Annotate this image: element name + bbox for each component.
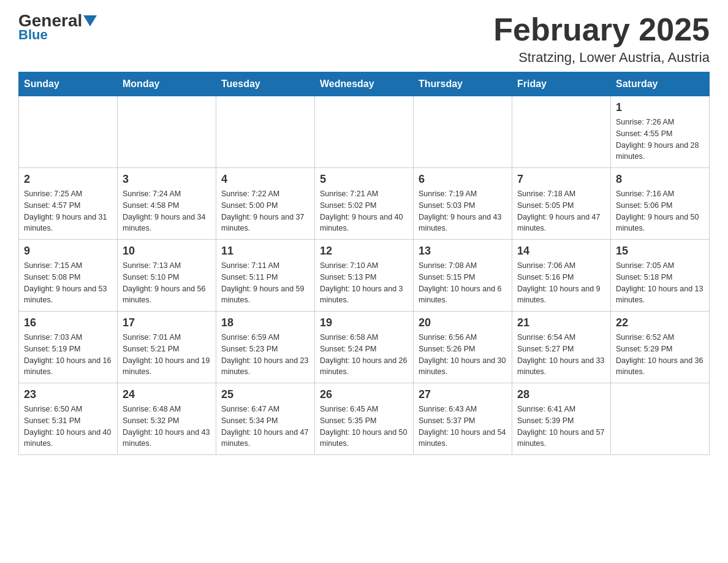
table-row: 17Sunrise: 7:01 AM Sunset: 5:21 PM Dayli… (118, 312, 216, 383)
svg-marker-0 (83, 15, 97, 26)
header-monday: Monday (118, 72, 216, 96)
day-number: 25 (221, 388, 309, 401)
day-number: 24 (123, 388, 211, 401)
day-info: Sunrise: 7:26 AM Sunset: 4:55 PM Dayligh… (616, 117, 704, 163)
table-row: 3Sunrise: 7:24 AM Sunset: 4:58 PM Daylig… (118, 168, 216, 240)
day-number: 26 (320, 388, 408, 401)
day-info: Sunrise: 6:45 AM Sunset: 5:35 PM Dayligh… (320, 404, 408, 450)
table-row: 27Sunrise: 6:43 AM Sunset: 5:37 PM Dayli… (414, 383, 512, 455)
table-row: 2Sunrise: 7:25 AM Sunset: 4:57 PM Daylig… (19, 168, 118, 240)
day-number: 20 (419, 316, 507, 329)
table-row: 22Sunrise: 6:52 AM Sunset: 5:29 PM Dayli… (611, 312, 710, 383)
header-sunday: Sunday (19, 72, 118, 96)
day-info: Sunrise: 6:59 AM Sunset: 5:23 PM Dayligh… (221, 332, 309, 378)
table-row: 10Sunrise: 7:13 AM Sunset: 5:10 PM Dayli… (118, 240, 216, 312)
table-row (216, 96, 315, 168)
table-row: 26Sunrise: 6:45 AM Sunset: 5:35 PM Dayli… (315, 383, 414, 455)
table-row: 15Sunrise: 7:05 AM Sunset: 5:18 PM Dayli… (611, 240, 710, 312)
day-info: Sunrise: 7:11 AM Sunset: 5:11 PM Dayligh… (221, 260, 309, 306)
table-row: 23Sunrise: 6:50 AM Sunset: 5:31 PM Dayli… (19, 383, 118, 455)
day-number: 17 (123, 316, 211, 329)
calendar-week-row: 2Sunrise: 7:25 AM Sunset: 4:57 PM Daylig… (19, 168, 710, 240)
calendar-week-row: 16Sunrise: 7:03 AM Sunset: 5:19 PM Dayli… (19, 312, 710, 383)
table-row (611, 383, 710, 455)
table-row: 18Sunrise: 6:59 AM Sunset: 5:23 PM Dayli… (216, 312, 315, 383)
table-row (19, 96, 118, 168)
day-number: 16 (24, 316, 112, 329)
day-info: Sunrise: 7:05 AM Sunset: 5:18 PM Dayligh… (616, 260, 704, 306)
day-number: 28 (517, 388, 605, 401)
day-info: Sunrise: 6:50 AM Sunset: 5:31 PM Dayligh… (24, 404, 112, 450)
day-number: 23 (24, 388, 112, 401)
day-info: Sunrise: 7:22 AM Sunset: 5:00 PM Dayligh… (221, 188, 309, 234)
table-row: 16Sunrise: 7:03 AM Sunset: 5:19 PM Dayli… (19, 312, 118, 383)
table-row: 1Sunrise: 7:26 AM Sunset: 4:55 PM Daylig… (611, 96, 710, 168)
day-info: Sunrise: 7:19 AM Sunset: 5:03 PM Dayligh… (419, 188, 507, 234)
day-info: Sunrise: 7:21 AM Sunset: 5:02 PM Dayligh… (320, 188, 408, 234)
logo: General Blue (18, 12, 97, 43)
day-number: 1 (616, 101, 704, 114)
day-number: 2 (24, 173, 112, 186)
table-row: 4Sunrise: 7:22 AM Sunset: 5:00 PM Daylig… (216, 168, 315, 240)
day-info: Sunrise: 7:01 AM Sunset: 5:21 PM Dayligh… (123, 332, 211, 378)
day-info: Sunrise: 7:25 AM Sunset: 4:57 PM Dayligh… (24, 188, 112, 234)
logo-arrow-icon (83, 15, 97, 26)
table-row: 12Sunrise: 7:10 AM Sunset: 5:13 PM Dayli… (315, 240, 414, 312)
calendar-week-row: 1Sunrise: 7:26 AM Sunset: 4:55 PM Daylig… (19, 96, 710, 168)
table-row: 13Sunrise: 7:08 AM Sunset: 5:15 PM Dayli… (414, 240, 512, 312)
day-number: 14 (517, 245, 605, 258)
day-number: 21 (517, 316, 605, 329)
month-title: February 2025 (493, 12, 710, 47)
header-tuesday: Tuesday (216, 72, 315, 96)
day-number: 11 (221, 245, 309, 258)
day-number: 18 (221, 316, 309, 329)
day-info: Sunrise: 7:03 AM Sunset: 5:19 PM Dayligh… (24, 332, 112, 378)
table-row: 28Sunrise: 6:41 AM Sunset: 5:39 PM Dayli… (512, 383, 611, 455)
day-info: Sunrise: 7:18 AM Sunset: 5:05 PM Dayligh… (517, 188, 605, 234)
day-info: Sunrise: 6:47 AM Sunset: 5:34 PM Dayligh… (221, 404, 309, 450)
table-row: 9Sunrise: 7:15 AM Sunset: 5:08 PM Daylig… (19, 240, 118, 312)
day-info: Sunrise: 6:52 AM Sunset: 5:29 PM Dayligh… (616, 332, 704, 378)
calendar-table: Sunday Monday Tuesday Wednesday Thursday… (18, 72, 710, 455)
day-info: Sunrise: 7:10 AM Sunset: 5:13 PM Dayligh… (320, 260, 408, 306)
table-row (414, 96, 512, 168)
day-number: 22 (616, 316, 704, 329)
table-row: 20Sunrise: 6:56 AM Sunset: 5:26 PM Dayli… (414, 312, 512, 383)
day-number: 27 (419, 388, 507, 401)
table-row: 24Sunrise: 6:48 AM Sunset: 5:32 PM Dayli… (118, 383, 216, 455)
table-row: 21Sunrise: 6:54 AM Sunset: 5:27 PM Dayli… (512, 312, 611, 383)
logo-blue: Blue (18, 27, 48, 43)
day-number: 19 (320, 316, 408, 329)
day-info: Sunrise: 7:06 AM Sunset: 5:16 PM Dayligh… (517, 260, 605, 306)
table-row: 19Sunrise: 6:58 AM Sunset: 5:24 PM Dayli… (315, 312, 414, 383)
day-info: Sunrise: 7:16 AM Sunset: 5:06 PM Dayligh… (616, 188, 704, 234)
table-row: 8Sunrise: 7:16 AM Sunset: 5:06 PM Daylig… (611, 168, 710, 240)
table-row (315, 96, 414, 168)
title-section: February 2025 Stratzing, Lower Austria, … (493, 12, 710, 66)
day-info: Sunrise: 7:08 AM Sunset: 5:15 PM Dayligh… (419, 260, 507, 306)
day-info: Sunrise: 6:43 AM Sunset: 5:37 PM Dayligh… (419, 404, 507, 450)
table-row: 14Sunrise: 7:06 AM Sunset: 5:16 PM Dayli… (512, 240, 611, 312)
header-wednesday: Wednesday (315, 72, 414, 96)
header-thursday: Thursday (414, 72, 512, 96)
day-number: 13 (419, 245, 507, 258)
day-number: 7 (517, 173, 605, 186)
table-row (512, 96, 611, 168)
day-number: 3 (123, 173, 211, 186)
calendar-header-row: Sunday Monday Tuesday Wednesday Thursday… (19, 72, 710, 96)
table-row (118, 96, 216, 168)
table-row: 5Sunrise: 7:21 AM Sunset: 5:02 PM Daylig… (315, 168, 414, 240)
day-info: Sunrise: 6:56 AM Sunset: 5:26 PM Dayligh… (419, 332, 507, 378)
day-info: Sunrise: 7:15 AM Sunset: 5:08 PM Dayligh… (24, 260, 112, 306)
day-number: 8 (616, 173, 704, 186)
day-info: Sunrise: 6:54 AM Sunset: 5:27 PM Dayligh… (517, 332, 605, 378)
day-number: 12 (320, 245, 408, 258)
header-saturday: Saturday (611, 72, 710, 96)
table-row: 11Sunrise: 7:11 AM Sunset: 5:11 PM Dayli… (216, 240, 315, 312)
day-number: 10 (123, 245, 211, 258)
day-number: 6 (419, 173, 507, 186)
location-title: Stratzing, Lower Austria, Austria (493, 50, 710, 66)
day-number: 5 (320, 173, 408, 186)
day-number: 4 (221, 173, 309, 186)
calendar-week-row: 9Sunrise: 7:15 AM Sunset: 5:08 PM Daylig… (19, 240, 710, 312)
